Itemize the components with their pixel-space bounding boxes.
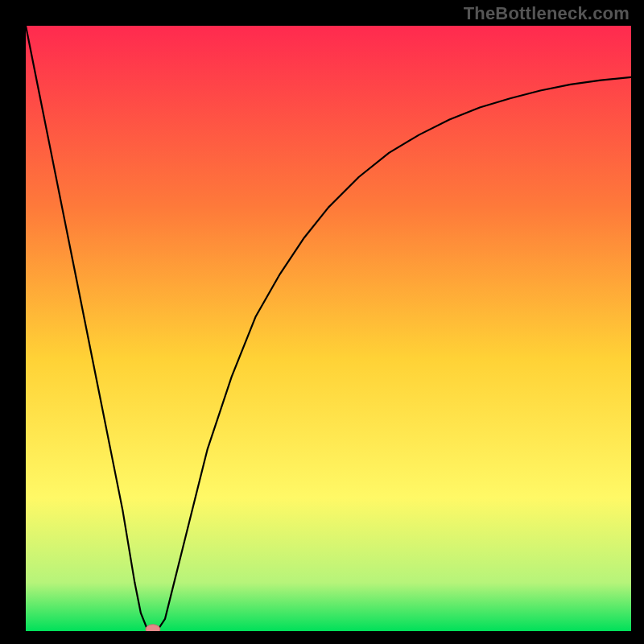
- plot-area: [26, 26, 631, 631]
- chart-svg: [26, 26, 631, 631]
- optimal-point-marker: [146, 625, 160, 631]
- watermark-text: TheBottleneck.com: [464, 3, 630, 24]
- chart-frame: TheBottleneck.com: [0, 0, 644, 644]
- gradient-background: [26, 26, 631, 631]
